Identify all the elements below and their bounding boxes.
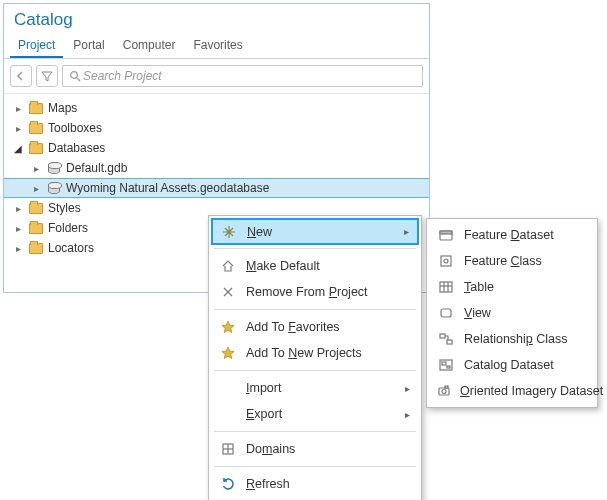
svg-point-10: [444, 259, 448, 263]
folder-icon: [28, 240, 44, 256]
tree-node-wyoming-gdb[interactable]: ▸ Wyoming Natural Assets.geodatabase: [4, 178, 429, 198]
svg-rect-9: [441, 256, 451, 266]
svg-rect-19: [442, 362, 446, 365]
fdataset-icon: [436, 227, 456, 243]
star-icon: [218, 345, 238, 361]
ctx-geodatabase-item-6[interactable]: Add To New Projects: [212, 340, 418, 366]
tab-bar: Project Portal Computer Favorites: [4, 32, 429, 59]
chevron-right-icon[interactable]: ▸: [12, 243, 24, 254]
menu-item-label: Oriented Imagery Dataset: [460, 384, 603, 398]
tree-label: Maps: [48, 101, 77, 115]
ctx-geodatabase-item-13[interactable]: Refresh: [212, 471, 418, 497]
svg-rect-23: [445, 386, 448, 388]
ctx-new-item-0[interactable]: Feature Dataset: [430, 222, 594, 248]
tree-node-databases[interactable]: ◢ Databases: [4, 138, 429, 158]
svg-line-1: [77, 78, 80, 81]
chevron-right-icon: ▸: [404, 226, 409, 237]
back-button[interactable]: [10, 65, 32, 87]
ctx-new-item-5[interactable]: Catalog Dataset: [430, 352, 594, 378]
tree-label: Wyoming Natural Assets.geodatabase: [66, 181, 269, 195]
star-icon: [218, 319, 238, 335]
menu-item-label: Feature Dataset: [464, 228, 554, 242]
tree-label: Databases: [48, 141, 105, 155]
svg-rect-8: [440, 231, 452, 234]
chevron-right-icon[interactable]: ▸: [12, 123, 24, 134]
filter-button[interactable]: [36, 65, 58, 87]
refresh-icon: [218, 476, 238, 492]
funnel-icon: [41, 70, 53, 82]
geodatabase-icon: [46, 160, 62, 176]
tree-label: Folders: [48, 221, 88, 235]
catdataset-icon: [436, 357, 456, 373]
ctx-new-item-6[interactable]: Oriented Imagery Dataset: [430, 378, 594, 404]
folder-icon: [28, 100, 44, 116]
svg-rect-15: [441, 309, 451, 317]
chevron-right-icon: ▸: [405, 409, 410, 420]
ctx-new-item-3[interactable]: View: [430, 300, 594, 326]
tree-label: Styles: [48, 201, 81, 215]
menu-separator: [214, 248, 416, 249]
chevron-right-icon: ▸: [405, 383, 410, 394]
menu-item-label: New: [247, 225, 272, 239]
tab-portal[interactable]: Portal: [65, 34, 112, 58]
sparkle-icon: [219, 224, 239, 240]
ctx-geodatabase-item-0[interactable]: New▸: [211, 218, 419, 245]
ctx-geodatabase-item-11[interactable]: Domains: [212, 436, 418, 462]
folder-icon: [28, 120, 44, 136]
menu-item-label: Add To Favorites: [246, 320, 340, 334]
menu-separator: [214, 466, 416, 467]
ctx-new-item-2[interactable]: Table: [430, 274, 594, 300]
menu-item-label: Relationship Class: [464, 332, 568, 346]
menu-item-label: Table: [464, 280, 494, 294]
menu-separator: [214, 370, 416, 371]
menu-item-label: Catalog Dataset: [464, 358, 554, 372]
home-icon: [218, 258, 238, 274]
svg-point-0: [71, 72, 78, 79]
x-icon: [218, 284, 238, 300]
back-arrow-icon: [15, 70, 27, 82]
table-icon: [436, 279, 456, 295]
menu-item-label: Add To New Projects: [246, 346, 362, 360]
menu-item-label: Export: [246, 407, 282, 421]
ctx-new-item-1[interactable]: Feature Class: [430, 248, 594, 274]
tree-node-default-gdb[interactable]: ▸ Default.gdb: [4, 158, 429, 178]
search-input[interactable]: [81, 68, 416, 84]
domains-icon: [218, 441, 238, 457]
tab-computer[interactable]: Computer: [115, 34, 184, 58]
geodatabase-icon: [46, 180, 62, 196]
ctx-new-item-4[interactable]: Relationship Class: [430, 326, 594, 352]
relclass-icon: [436, 331, 456, 347]
chevron-right-icon[interactable]: ▸: [12, 103, 24, 114]
oriented-icon: [436, 383, 452, 399]
ctx-geodatabase-item-8[interactable]: Import▸: [212, 375, 418, 401]
chevron-right-icon[interactable]: ▸: [30, 183, 42, 194]
tree-node-maps[interactable]: ▸ Maps: [4, 98, 429, 118]
chevron-right-icon[interactable]: ▸: [12, 203, 24, 214]
menu-item-label: Domains: [246, 442, 295, 456]
ctx-geodatabase-item-3[interactable]: Remove From Project: [212, 279, 418, 305]
menu-item-label: Make Default: [246, 259, 320, 273]
menu-item-label: Import: [246, 381, 281, 395]
menu-item-label: Refresh: [246, 477, 290, 491]
folder-icon: [28, 220, 44, 236]
fclass-icon: [436, 253, 456, 269]
menu-item-label: Feature Class: [464, 254, 542, 268]
ctx-geodatabase-item-2[interactable]: Make Default: [212, 253, 418, 279]
svg-rect-20: [447, 366, 450, 368]
search-field[interactable]: [62, 65, 423, 87]
chevron-right-icon[interactable]: ▸: [30, 163, 42, 174]
chevron-down-icon[interactable]: ◢: [12, 143, 24, 154]
ctx-geodatabase-item-5[interactable]: Add To Favorites: [212, 314, 418, 340]
menu-separator: [214, 309, 416, 310]
tab-favorites[interactable]: Favorites: [185, 34, 250, 58]
folder-icon: [28, 200, 44, 216]
chevron-right-icon[interactable]: ▸: [12, 223, 24, 234]
tree-label: Default.gdb: [66, 161, 127, 175]
context-submenu-new: Feature DatasetFeature ClassTableViewRel…: [426, 218, 598, 408]
tree-node-toolboxes[interactable]: ▸ Toolboxes: [4, 118, 429, 138]
ctx-geodatabase-item-9[interactable]: Export▸: [212, 401, 418, 427]
tab-project[interactable]: Project: [10, 34, 63, 58]
menu-item-label: Remove From Project: [246, 285, 368, 299]
svg-point-22: [442, 390, 446, 394]
view-icon: [436, 305, 456, 321]
